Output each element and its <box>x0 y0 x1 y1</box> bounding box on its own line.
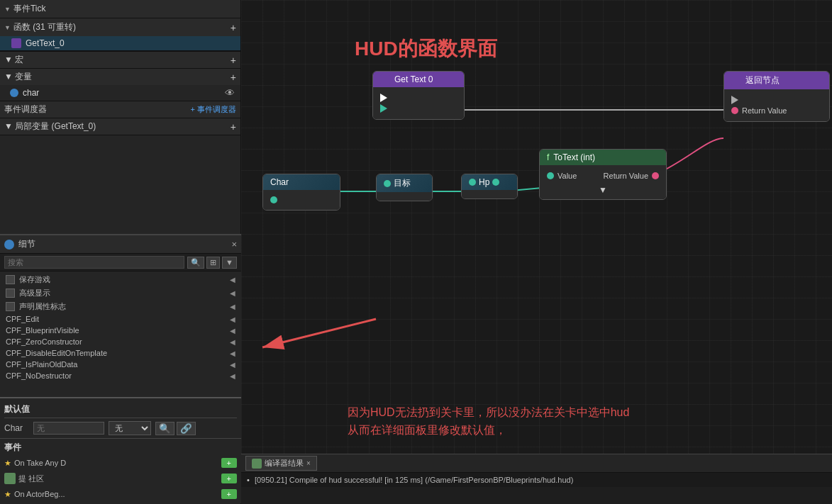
totext-pins-row: Value Return Value <box>547 169 659 182</box>
get-text-exec-out-pin <box>380 94 457 102</box>
declare-attr-checkbox[interactable] <box>6 302 15 311</box>
connections-svg <box>241 0 832 454</box>
details-icon <box>4 240 14 250</box>
totext-expand-btn[interactable]: ▼ <box>547 185 659 195</box>
add-event-btn-on-actor-beg[interactable]: + <box>221 489 237 499</box>
prop-cpf-plain-old-data[interactable]: CPF_IsPlainOldData ◀ <box>0 359 241 370</box>
functions-arrow-icon: ▼ <box>4 24 11 31</box>
return-node-title: 返回节点 <box>745 74 780 86</box>
get-text-func-item[interactable]: GetText_0 <box>0 36 240 51</box>
functions-label: 函数 (31 可重转) <box>13 21 76 33</box>
get-text-node-icon <box>380 74 390 84</box>
default-value-link-btn[interactable]: 🔗 <box>177 422 196 435</box>
variables-arrow-icon: ▼ <box>4 72 13 82</box>
prop-save-game[interactable]: 保存游戏 ◀ <box>0 273 241 286</box>
return-value-dot[interactable] <box>731 107 738 114</box>
event-star2-icon: ★ <box>4 490 11 499</box>
return-value-pin: Return Value <box>731 106 822 115</box>
save-game-checkbox[interactable] <box>6 275 15 284</box>
node-totext[interactable]: f ToText (int) Value Return Value ▼ <box>539 149 667 200</box>
totext-return-dot[interactable] <box>652 172 659 179</box>
event-scheduler-add-btn[interactable]: + 事件调度器 <box>191 104 236 115</box>
details-panel: 细节 × 🔍 ⊞ ▼ 保存游戏 ◀ 高级显示 ◀ <box>0 234 241 503</box>
event-tick-header[interactable]: ▼ 事件Tick <box>0 0 240 18</box>
functions-header[interactable]: ▼ 函数 (31 可重转) + <box>0 18 240 36</box>
event-item-on-take-point: 提 社区 + <box>4 471 237 486</box>
default-value-header: 默认值 <box>4 401 237 418</box>
function-icon <box>11 38 21 48</box>
node-hp[interactable]: Hp <box>461 174 518 199</box>
add-macro-button[interactable]: + <box>231 55 236 66</box>
default-value-input[interactable] <box>33 422 104 435</box>
local-vars-label: 局部变量 (GetText_0) <box>15 121 96 131</box>
default-value-section: 默认值 Char 无 🔍 🔗 <box>0 397 241 438</box>
prop-cpf-disable-edit[interactable]: CPF_DisableEditOnTemplate ◀ <box>0 347 241 359</box>
totext-return-label: Return Value <box>604 172 648 180</box>
bullet-icon: • <box>247 476 250 484</box>
var-eye-icon[interactable]: 👁 <box>225 87 235 99</box>
totext-node-body: Value Return Value ▼ <box>540 165 666 199</box>
search-button[interactable]: 🔍 <box>187 257 204 269</box>
char-node-title: Char <box>270 177 289 187</box>
add-local-var-button[interactable]: + <box>231 121 236 133</box>
compiler-tabs: 编译器结果 × <box>241 454 832 473</box>
details-header: 细节 × <box>0 235 241 254</box>
annotation-text: 因为HUD无法扔到关卡里，所以没办法在关卡中选中hud 从而在详细面板里修改默认… <box>348 403 629 439</box>
default-value-select[interactable]: 无 <box>109 421 151 435</box>
char-variable-item[interactable]: char 👁 <box>0 85 240 101</box>
event-tick-section: ▼ 事件Tick <box>0 0 240 18</box>
prop-cpf-zero-constructor[interactable]: CPF_ZeroConstructor ◀ <box>0 336 241 347</box>
node-get-text[interactable]: Get Text 0 <box>372 71 465 120</box>
prop-cpf-blueprint-visible[interactable]: CPF_BlueprintVisible ◀ <box>0 325 241 336</box>
prop-advanced-display[interactable]: 高级显示 ◀ <box>0 286 241 300</box>
hp-out-dot[interactable] <box>492 179 499 186</box>
filter-button[interactable]: ▼ <box>222 257 237 269</box>
compiler-message: [0950.21] Compile of hud successful! [in… <box>255 476 573 484</box>
totext-value-dot[interactable] <box>547 172 554 179</box>
properties-list: 保存游戏 ◀ 高级显示 ◀ 声明属性标志 ◀ CPF_Edit ◀ CPF_Bl… <box>0 271 241 397</box>
event-label-on-take-point: 提 社区 <box>18 474 44 484</box>
functions-section: ▼ 函数 (31 可重转) + GetText_0 <box>0 18 240 52</box>
add-function-button[interactable]: + <box>231 22 236 33</box>
macros-section: ▼ 宏 + <box>0 52 240 69</box>
variables-header[interactable]: ▼ 变量 + <box>0 69 240 85</box>
bottom-panel: 编译器结果 × • [0950.21] Compile of hud succe… <box>241 454 832 504</box>
advanced-display-checkbox[interactable] <box>6 289 15 298</box>
get-text-output-pin <box>380 104 457 113</box>
return-node-body: Return Value <box>724 89 829 121</box>
local-vars-section: ▼ 局部变量 (GetText_0) + <box>0 118 240 135</box>
annotation-line2: 从而在详细面板里修改默认值， <box>348 421 629 439</box>
variables-section: ▼ 变量 + char 👁 <box>0 69 240 101</box>
compiler-results-tab[interactable]: 编译器结果 × <box>245 456 317 471</box>
default-value-search-btn[interactable]: 🔍 <box>155 422 174 435</box>
local-vars-header[interactable]: ▼ 局部变量 (GetText_0) + <box>0 118 240 135</box>
grid-view-button[interactable]: ⊞ <box>206 257 220 269</box>
add-variable-button[interactable]: + <box>231 72 236 83</box>
add-event-btn-on-take-any[interactable]: + <box>221 458 237 468</box>
exec-in-triangle[interactable] <box>731 96 738 104</box>
macros-header[interactable]: ▼ 宏 + <box>0 52 240 68</box>
output-triangle[interactable] <box>380 104 387 113</box>
main-canvas[interactable]: HUD的函数界面 Get Text 0 <box>241 0 832 454</box>
event-scheduler-header[interactable]: 事件调度器 + 事件调度器 <box>0 101 240 118</box>
event-label-on-take-any: On Take Any D <box>14 459 66 467</box>
add-community-btn[interactable]: + <box>221 474 237 483</box>
exec-out-triangle[interactable] <box>380 94 387 102</box>
hud-title: HUD的函数界面 <box>355 35 497 62</box>
compiler-tab-close[interactable]: × <box>306 459 311 467</box>
prop-cpf-no-destructor[interactable]: CPF_NoDestructor ◀ <box>0 370 241 381</box>
target-node-title: 目标 <box>394 177 411 189</box>
details-close-button[interactable]: × <box>231 239 237 250</box>
get-text-node-title: Get Text 0 <box>394 74 433 84</box>
target-in-dot[interactable] <box>384 180 391 187</box>
prop-declare-attr-flags[interactable]: 声明属性标志 ◀ <box>0 300 241 313</box>
node-return[interactable]: 返回节点 Return Value <box>723 71 830 122</box>
node-char[interactable]: Char <box>262 174 340 211</box>
node-target[interactable]: 目标 <box>376 174 433 201</box>
event-tick-label: 事件Tick <box>13 3 46 15</box>
prop-cpf-edit[interactable]: CPF_Edit ◀ <box>0 313 241 325</box>
char-out-dot[interactable] <box>270 196 277 203</box>
hp-in-dot[interactable] <box>469 179 476 186</box>
annotation-line1: 因为HUD无法扔到关卡里，所以没办法在关卡中选中hud <box>348 403 629 422</box>
details-search-input[interactable] <box>4 256 184 269</box>
